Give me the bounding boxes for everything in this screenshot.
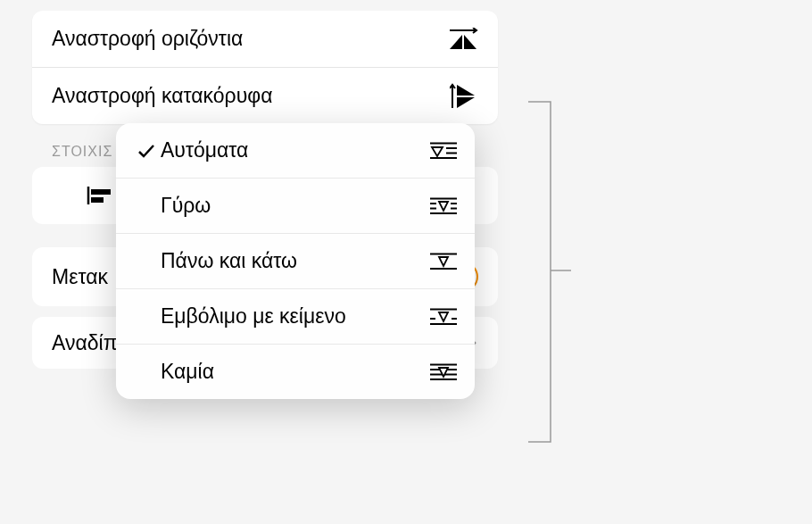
popup-item-label: Αυτόματα [161,138,425,162]
wrap-option-inline[interactable]: Εμβόλιμο με κείμενο [116,288,475,344]
svg-marker-31 [439,257,448,266]
wrap-option-auto[interactable]: Αυτόματα [116,123,475,178]
popup-item-label: Εμβόλιμο με κείμενο [161,304,425,329]
popup-item-label: Πάνω και κάτω [161,249,425,273]
wrap-topbottom-icon [425,252,457,271]
svg-marker-2 [464,35,476,49]
wrap-none-icon [425,362,457,382]
flip-vertical-label: Αναστροφή κατακόρυφα [52,84,272,108]
svg-rect-8 [91,197,104,203]
move-label: Μετακ [52,265,108,289]
flip-vertical-row[interactable]: Αναστροφή κατακόρυφα [32,67,498,124]
wrap-popup-menu: Αυτόματα Γύρω [116,123,475,399]
flip-horizontal-icon [448,29,478,50]
checkmark-icon [132,143,161,159]
wrap-option-around[interactable]: Γύρω [116,178,475,233]
flip-group: Αναστροφή οριζόντια Αναστροφή κατακόρυφα [32,11,498,124]
flip-vertical-icon [448,86,478,107]
flip-horizontal-row[interactable]: Αναστροφή οριζόντια [32,11,498,67]
svg-rect-7 [91,189,111,195]
callout-bracket [528,101,573,443]
svg-marker-21 [432,147,443,156]
svg-marker-28 [439,202,448,211]
svg-marker-4 [457,85,475,96]
svg-marker-36 [439,312,448,321]
wrap-option-topbottom[interactable]: Πάνω και κάτω [116,233,475,288]
popup-item-label: Καμία [161,360,425,384]
popup-item-label: Γύρω [161,194,425,218]
align-left-icon [87,185,113,206]
svg-marker-5 [457,97,475,108]
wrap-inline-icon [425,307,457,327]
svg-marker-1 [450,35,462,49]
flip-horizontal-label: Αναστροφή οριζόντια [52,27,243,51]
wrap-option-none[interactable]: Καμία [116,344,475,399]
wrap-around-icon [425,196,457,216]
wrap-auto-icon [425,141,457,161]
